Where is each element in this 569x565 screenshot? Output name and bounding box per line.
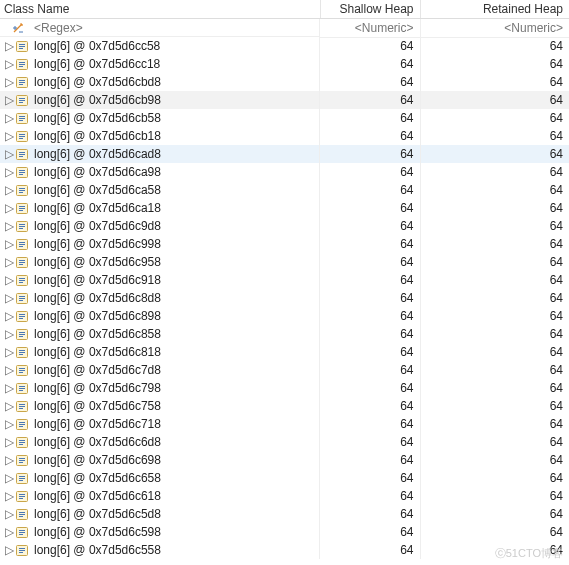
shallow-heap-value: 64 bbox=[320, 199, 420, 217]
svg-rect-42 bbox=[19, 226, 25, 227]
table-row[interactable]: ▷long[6] @ 0x7d5d6c9d86464 bbox=[0, 217, 569, 235]
table-row[interactable]: ▷long[6] @ 0x7d5d6c5586464 bbox=[0, 541, 569, 559]
svg-rect-71 bbox=[19, 354, 23, 355]
table-row[interactable]: ▷long[6] @ 0x7d5d6cc186464 bbox=[0, 55, 569, 73]
expand-twisty[interactable]: ▷ bbox=[4, 543, 14, 557]
class-name-label: long[6] @ 0x7d5d6c6d8 bbox=[34, 435, 161, 449]
expand-twisty[interactable]: ▷ bbox=[4, 525, 14, 539]
table-row[interactable]: ▷long[6] @ 0x7d5d6c6d86464 bbox=[0, 433, 569, 451]
numeric-filter-shallow[interactable]: <Numeric> bbox=[320, 19, 420, 38]
col-header-classname[interactable]: Class Name bbox=[0, 0, 320, 19]
table-row[interactable]: ▷long[6] @ 0x7d5d6c8986464 bbox=[0, 307, 569, 325]
col-header-retained[interactable]: Retained Heap bbox=[420, 0, 569, 19]
svg-rect-27 bbox=[19, 156, 23, 157]
expand-twisty[interactable]: ▷ bbox=[4, 291, 14, 305]
table-row[interactable]: ▷long[6] @ 0x7d5d6cbd86464 bbox=[0, 73, 569, 91]
array-object-icon bbox=[14, 110, 30, 126]
svg-rect-22 bbox=[19, 136, 25, 137]
expand-twisty[interactable]: ▷ bbox=[4, 183, 14, 197]
table-row[interactable]: ▷long[6] @ 0x7d5d6ca186464 bbox=[0, 199, 569, 217]
table-row[interactable]: ▷long[6] @ 0x7d5d6c7186464 bbox=[0, 415, 569, 433]
table-row[interactable]: ▷long[6] @ 0x7d5d6c6586464 bbox=[0, 469, 569, 487]
expand-twisty[interactable]: ▷ bbox=[4, 255, 14, 269]
table-row[interactable]: ▷long[6] @ 0x7d5d6c9586464 bbox=[0, 253, 569, 271]
array-object-icon bbox=[14, 398, 30, 414]
svg-rect-13 bbox=[19, 98, 25, 99]
svg-rect-97 bbox=[19, 476, 25, 477]
retained-heap-value: 64 bbox=[420, 91, 569, 109]
expand-twisty[interactable]: ▷ bbox=[4, 165, 14, 179]
retained-heap-value: 64 bbox=[420, 127, 569, 145]
table-row[interactable]: ▷long[6] @ 0x7d5d6cad86464 bbox=[0, 145, 569, 163]
svg-rect-3 bbox=[19, 48, 23, 49]
expand-twisty[interactable]: ▷ bbox=[4, 345, 14, 359]
array-object-icon bbox=[14, 380, 30, 396]
shallow-heap-value: 64 bbox=[320, 145, 420, 163]
svg-rect-9 bbox=[19, 80, 25, 81]
table-row[interactable]: ▷long[6] @ 0x7d5d6c6986464 bbox=[0, 451, 569, 469]
table-row[interactable]: ▷long[6] @ 0x7d5d6cb586464 bbox=[0, 109, 569, 127]
class-name-label: long[6] @ 0x7d5d6c998 bbox=[34, 237, 161, 251]
expand-twisty[interactable]: ▷ bbox=[4, 489, 14, 503]
table-row[interactable]: ▷long[6] @ 0x7d5d6c8186464 bbox=[0, 343, 569, 361]
array-object-icon bbox=[14, 470, 30, 486]
expand-twisty[interactable]: ▷ bbox=[4, 147, 14, 161]
svg-rect-70 bbox=[19, 352, 25, 353]
expand-twisty[interactable]: ▷ bbox=[4, 201, 14, 215]
shallow-heap-value: 64 bbox=[320, 109, 420, 127]
filter-icon bbox=[10, 20, 26, 36]
table-row[interactable]: ▷long[6] @ 0x7d5d6c8d86464 bbox=[0, 289, 569, 307]
svg-rect-109 bbox=[19, 530, 25, 531]
table-row[interactable]: ▷long[6] @ 0x7d5d6cb186464 bbox=[0, 127, 569, 145]
svg-rect-62 bbox=[19, 316, 25, 317]
expand-twisty[interactable]: ▷ bbox=[4, 435, 14, 449]
table-row[interactable]: ▷long[6] @ 0x7d5d6c7586464 bbox=[0, 397, 569, 415]
retained-heap-value: 64 bbox=[420, 505, 569, 523]
table-row[interactable]: ▷long[6] @ 0x7d5d6cb986464 bbox=[0, 91, 569, 109]
expand-twisty[interactable]: ▷ bbox=[4, 309, 14, 323]
svg-rect-53 bbox=[19, 278, 25, 279]
retained-heap-value: 64 bbox=[420, 199, 569, 217]
expand-twisty[interactable]: ▷ bbox=[4, 327, 14, 341]
table-row[interactable]: ▷long[6] @ 0x7d5d6c5986464 bbox=[0, 523, 569, 541]
expand-twisty[interactable]: ▷ bbox=[4, 75, 14, 89]
regex-input[interactable]: <Regex> bbox=[34, 21, 83, 35]
expand-twisty[interactable]: ▷ bbox=[4, 363, 14, 377]
table-row[interactable]: ▷long[6] @ 0x7d5d6c9986464 bbox=[0, 235, 569, 253]
table-row[interactable]: ▷long[6] @ 0x7d5d6ca586464 bbox=[0, 181, 569, 199]
retained-heap-value: 64 bbox=[420, 163, 569, 181]
svg-rect-85 bbox=[19, 422, 25, 423]
table-row[interactable]: ▷long[6] @ 0x7d5d6c8586464 bbox=[0, 325, 569, 343]
svg-rect-34 bbox=[19, 190, 25, 191]
array-object-icon bbox=[14, 524, 30, 540]
table-row[interactable]: ▷long[6] @ 0x7d5d6c6186464 bbox=[0, 487, 569, 505]
table-row[interactable]: ▷long[6] @ 0x7d5d6cc586464 bbox=[0, 37, 569, 55]
svg-rect-87 bbox=[19, 426, 23, 427]
expand-twisty[interactable]: ▷ bbox=[4, 381, 14, 395]
col-header-shallow[interactable]: Shallow Heap bbox=[320, 0, 420, 19]
expand-twisty[interactable]: ▷ bbox=[4, 399, 14, 413]
expand-twisty[interactable]: ▷ bbox=[4, 39, 14, 53]
expand-twisty[interactable]: ▷ bbox=[4, 93, 14, 107]
expand-twisty[interactable]: ▷ bbox=[4, 273, 14, 287]
table-row[interactable]: ▷long[6] @ 0x7d5d6c7986464 bbox=[0, 379, 569, 397]
class-name-label: long[6] @ 0x7d5d6cb58 bbox=[34, 111, 161, 125]
expand-twisty[interactable]: ▷ bbox=[4, 57, 14, 71]
shallow-heap-value: 64 bbox=[320, 253, 420, 271]
expand-twisty[interactable]: ▷ bbox=[4, 129, 14, 143]
expand-twisty[interactable]: ▷ bbox=[4, 237, 14, 251]
class-name-label: long[6] @ 0x7d5d6c698 bbox=[34, 453, 161, 467]
table-row[interactable]: ▷long[6] @ 0x7d5d6c7d86464 bbox=[0, 361, 569, 379]
svg-rect-102 bbox=[19, 496, 25, 497]
expand-twisty[interactable]: ▷ bbox=[4, 219, 14, 233]
expand-twisty[interactable]: ▷ bbox=[4, 111, 14, 125]
expand-twisty[interactable]: ▷ bbox=[4, 417, 14, 431]
expand-twisty[interactable]: ▷ bbox=[4, 471, 14, 485]
table-row[interactable]: ▷long[6] @ 0x7d5d6c5d86464 bbox=[0, 505, 569, 523]
expand-twisty[interactable]: ▷ bbox=[4, 507, 14, 521]
expand-twisty[interactable]: ▷ bbox=[4, 453, 14, 467]
numeric-filter-retained[interactable]: <Numeric> bbox=[420, 19, 569, 38]
svg-rect-31 bbox=[19, 174, 23, 175]
table-row[interactable]: ▷long[6] @ 0x7d5d6ca986464 bbox=[0, 163, 569, 181]
table-row[interactable]: ▷long[6] @ 0x7d5d6c9186464 bbox=[0, 271, 569, 289]
